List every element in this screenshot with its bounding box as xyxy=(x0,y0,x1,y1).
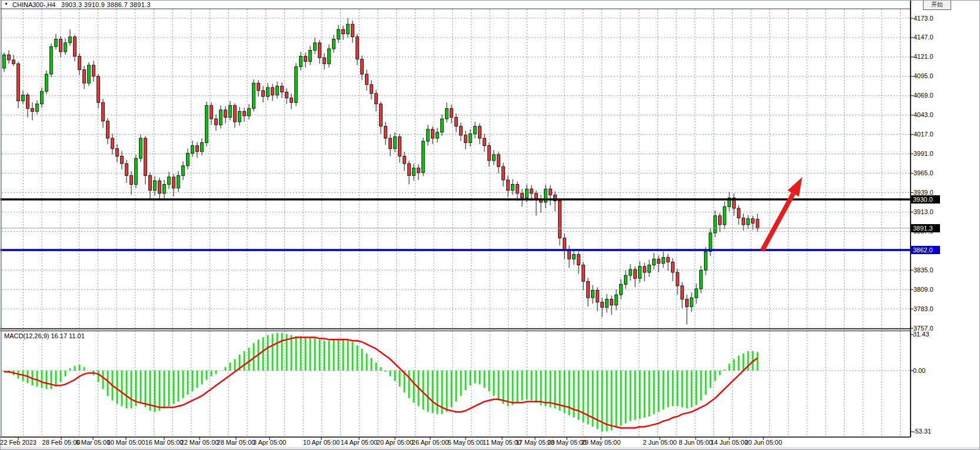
price-axis-label: 3965.0 xyxy=(913,169,934,177)
symbol-dropdown-icon[interactable]: ▼ xyxy=(4,2,8,6)
macd-axis-label: 0.00 xyxy=(913,367,925,375)
current-price-badge: 3891.3 xyxy=(911,224,940,232)
time-axis-label: 3 Apr 05:00 xyxy=(243,439,296,446)
price-axis-label: 4017.0 xyxy=(913,131,934,138)
price-axis-label: 3913.0 xyxy=(913,208,934,216)
price-axis-label: 3783.0 xyxy=(913,305,934,313)
macd-indicator-label: MACD(12,26,9) 16.17 11.01 xyxy=(4,332,85,339)
price-axis-label: 4173.0 xyxy=(913,15,934,22)
time-axis-label: 20 Jun 05:00 xyxy=(737,439,790,446)
price-axis-label: 3991.0 xyxy=(913,150,934,158)
macd-axis-label: -53.31 xyxy=(913,428,931,435)
symbol-title[interactable]: CHINA300-,H4 xyxy=(12,1,55,8)
start-button[interactable]: 开始 xyxy=(923,0,951,10)
ohlc-quote: 3903.3 3910.9 3886.7 3891.3 xyxy=(61,1,151,8)
macd-axis-label: 31.43 xyxy=(913,331,929,338)
price-axis-label: 4095.0 xyxy=(913,72,934,80)
price-axis-label: 4147.0 xyxy=(913,34,934,41)
trading-chart-window: ▼ CHINA300-,H4 3903.3 3910.9 3886.7 3891… xyxy=(0,0,980,450)
chart-canvas[interactable] xyxy=(1,1,980,450)
price-axis-label: 3809.0 xyxy=(913,286,934,294)
price-axis-label: 4043.0 xyxy=(913,111,934,119)
price-axis-label: 4069.0 xyxy=(913,92,934,99)
price-axis-label: 4121.0 xyxy=(913,53,934,61)
resistance-price-badge: 3930.0 xyxy=(911,195,940,204)
time-axis-label: 29 May 05:00 xyxy=(574,439,627,446)
price-axis-label: 3835.0 xyxy=(913,266,934,274)
support-price-badge: 3862.0 xyxy=(911,246,940,254)
bottom-strip xyxy=(1,447,980,450)
